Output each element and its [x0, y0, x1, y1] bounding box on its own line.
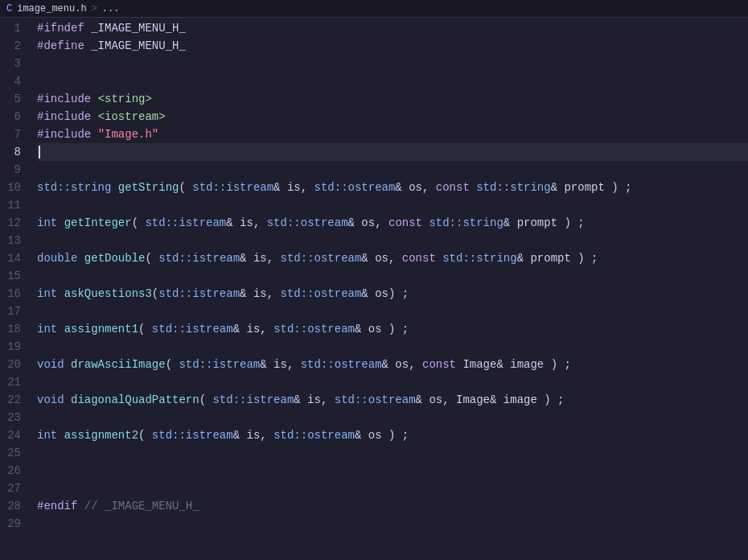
- line-number: 7: [0, 126, 34, 143]
- token: const: [436, 179, 470, 196]
- line-number: 12: [0, 214, 34, 232]
- token: void: [37, 356, 64, 373]
- token: std::istream: [158, 249, 240, 267]
- code-line: int assignment2( std::istream& is, std::…: [37, 426, 748, 444]
- token: std::ostream: [314, 179, 396, 196]
- token: [64, 391, 71, 409]
- token: [206, 391, 212, 409]
- line-number: 26: [0, 462, 34, 480]
- token: std::ostream: [267, 214, 348, 232]
- token: #endif: [37, 497, 77, 515]
- token: ,: [375, 214, 381, 232]
- token: ): [611, 179, 618, 196]
- code-line: #include <iostream>: [37, 108, 748, 126]
- token: ,: [442, 391, 449, 409]
- token: int: [37, 285, 57, 303]
- token: assignment1: [64, 320, 138, 338]
- token: [422, 214, 429, 232]
- token: getString: [118, 179, 179, 196]
- token: [388, 356, 395, 373]
- token: #include: [37, 126, 91, 143]
- token: [267, 320, 273, 338]
- token: int: [37, 214, 57, 232]
- token: std::ostream: [273, 426, 355, 444]
- token: (: [199, 391, 206, 409]
- token: &: [416, 391, 422, 409]
- token: [571, 249, 577, 267]
- token: prompt: [517, 214, 557, 232]
- title-bar: C image_menu.h > ...: [0, 0, 748, 18]
- code-line: void drawAsciiImage( std::istream& is, s…: [37, 356, 748, 373]
- token: ,: [267, 285, 273, 303]
- code-content[interactable]: #ifndef _IMAGE_MENU_H_#define _IMAGE_MEN…: [34, 18, 748, 560]
- line-number: 20: [0, 356, 34, 373]
- token: &: [240, 285, 246, 303]
- token: [382, 426, 388, 444]
- token: [327, 391, 334, 409]
- token: [470, 179, 476, 196]
- token: std::ostream: [301, 356, 382, 373]
- token: ): [544, 391, 550, 409]
- line-number: 21: [0, 373, 34, 391]
- token: (: [138, 426, 145, 444]
- token: &: [226, 214, 232, 232]
- token: [368, 249, 375, 267]
- token: std::istream: [192, 179, 273, 196]
- token: (: [132, 214, 138, 232]
- token: const: [402, 249, 436, 267]
- code-line: [37, 232, 748, 249]
- token: [186, 179, 192, 196]
- line-number: 8: [0, 143, 34, 161]
- token: [273, 249, 280, 267]
- token: &: [355, 320, 361, 338]
- token: [361, 320, 368, 338]
- line-number: 11: [0, 196, 34, 214]
- file-icon: C: [6, 3, 12, 14]
- token: ,: [260, 426, 266, 444]
- token: [246, 285, 253, 303]
- token: // _IMAGE_MENU_H_: [84, 497, 199, 515]
- token: &: [355, 426, 361, 444]
- token: [145, 320, 151, 338]
- token: const: [422, 356, 456, 373]
- token: [240, 426, 246, 444]
- token: std::istream: [158, 285, 240, 303]
- line-number: 19: [0, 338, 34, 356]
- token: [450, 391, 456, 409]
- token: ,: [321, 391, 327, 409]
- token: [355, 214, 361, 232]
- token: is: [240, 214, 253, 232]
- token: &: [490, 391, 496, 409]
- code-line: [37, 303, 748, 320]
- code-line: std::string getString( std::istream& is,…: [37, 179, 748, 196]
- token: double: [37, 249, 77, 267]
- token: std::ostream: [281, 285, 362, 303]
- token: Image: [462, 356, 496, 373]
- token: [57, 320, 64, 338]
- code-line: [37, 55, 748, 72]
- token: [172, 356, 179, 373]
- token: &: [551, 179, 557, 196]
- token: (: [138, 320, 145, 338]
- token: ,: [301, 179, 307, 196]
- line-numbers-col: 1234567891011121314151617181920212223242…: [0, 18, 34, 560]
- token: [436, 249, 442, 267]
- token: [557, 179, 564, 196]
- code-line: [37, 480, 748, 497]
- token: &: [273, 179, 280, 196]
- token: std::ostream: [335, 391, 416, 409]
- token: "Image.h": [98, 126, 159, 143]
- token: &: [240, 249, 246, 267]
- token: &: [517, 249, 524, 267]
- breadcrumb-filename: image_menu.h: [17, 3, 86, 14]
- token: [260, 214, 266, 232]
- token: [91, 108, 97, 126]
- token: std::istream: [152, 426, 233, 444]
- token: is: [253, 285, 267, 303]
- token: ): [564, 214, 570, 232]
- token: [91, 90, 97, 108]
- token: ;: [395, 426, 409, 444]
- token: std::string: [442, 249, 516, 267]
- token: &: [382, 356, 388, 373]
- token: int: [37, 320, 57, 338]
